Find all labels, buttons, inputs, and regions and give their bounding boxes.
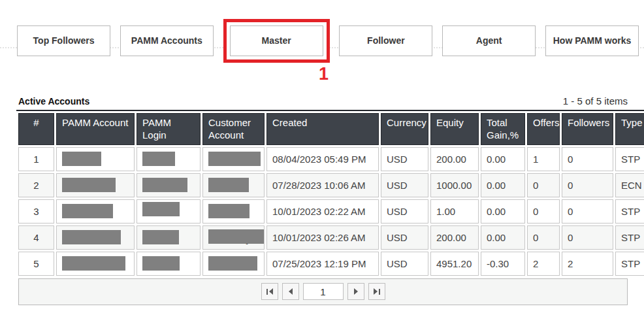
redacted-value [142,178,187,192]
column-header-customer-account: Customer Account [202,113,265,145]
redacted-value [142,230,179,244]
cell-pamm-account [56,147,135,171]
cell-followers: 2 [562,252,613,276]
cell-pamm-login [137,173,201,197]
active-accounts-section: Active Accounts 1 - 5 of 5 items # PAMM … [18,95,628,305]
column-header-created: Created [266,113,379,145]
redacted-value [208,152,261,166]
tab-follower[interactable]: Follower [339,25,432,56]
redacted-value [62,204,113,218]
cell-offers: 1 [527,147,560,171]
annotation-step-number: 1 [319,64,329,84]
cell-followers: 0 [562,173,613,197]
cell-customer-account: - [202,225,265,250]
items-counter: 1 - 5 of 5 items [563,95,628,107]
cell-created: 07/28/2023 10:06 AM [266,173,379,197]
table-row: 1 08/04/2023 05:49 PM USD 200.00 0.00 1 … [18,147,644,171]
page-number-input[interactable] [303,283,344,300]
cell-offers: 0 [527,199,560,224]
cell-total-gain: 0.00 [481,147,525,171]
last-page-button[interactable] [368,283,385,300]
redacted-value [62,256,125,271]
cell-pamm-login [137,147,201,171]
table-row: 2 07/28/2023 10:06 AM USD 1000.00 0.00 0… [18,173,644,197]
column-header-equity: Equity [430,113,479,145]
cell-customer-account [202,147,265,171]
previous-page-icon [289,288,293,295]
cell-created: 08/04/2023 05:49 PM [266,147,379,171]
cell-row-number: 1 [18,147,54,171]
cell-type: ECN [615,173,644,197]
cell-row-number: 5 [18,252,54,276]
cell-created: 10/01/2023 02:22 AM [266,199,379,224]
cell-currency: USD [381,147,428,171]
redaction-residue: - [208,241,248,245]
cell-customer-account [202,199,265,224]
cell-pamm-login [137,199,201,224]
redacted-value [142,202,180,216]
redacted-value [208,256,257,271]
cell-pamm-account [56,252,135,276]
column-header-number: # [18,113,54,145]
tab-pamm-accounts[interactable]: PAMM Accounts [120,25,214,56]
cell-total-gain: -0.30 [481,252,525,276]
column-header-currency: Currency [381,113,428,145]
column-header-pamm-login: PAMM Login [137,113,201,145]
cell-pamm-account [56,173,135,197]
pamm-tabs-bar: Top Followers PAMM Accounts Master Follo… [17,18,639,63]
cell-pamm-login [137,252,201,276]
cell-equity: 1.00 [430,199,479,224]
cell-currency: USD [381,225,428,250]
cell-equity: 4951.20 [430,252,479,276]
table-body: 1 08/04/2023 05:49 PM USD 200.00 0.00 1 … [18,147,644,276]
redacted-value [208,178,249,192]
redacted-value [142,256,180,271]
cell-total-gain: 0.00 [481,173,525,197]
cell-total-gain: 0.00 [481,199,525,224]
column-header-offers: Offers [527,113,560,145]
first-page-button[interactable] [261,283,278,300]
last-page-icon [374,288,378,295]
tab-agent[interactable]: Agent [442,25,536,56]
tab-master[interactable]: Master [230,25,323,56]
cell-customer-account [202,173,265,197]
cell-equity: 1000.00 [430,173,479,197]
cell-pamm-account [56,225,135,250]
cell-followers: 0 [562,225,613,250]
column-header-type: Type [615,113,644,145]
cell-type: STP [615,252,644,276]
cell-currency: USD [381,199,428,224]
column-header-total-gain: Total Gain,% [481,113,525,145]
cell-equity: 200.00 [430,147,479,171]
cell-currency: USD [381,173,428,197]
cell-pamm-login [137,225,201,250]
header-row: # PAMM Account PAMM Login Customer Accou… [18,113,644,145]
redacted-value [62,152,101,166]
active-accounts-table: # PAMM Account PAMM Login Customer Accou… [16,110,644,278]
table-header: # PAMM Account PAMM Login Customer Accou… [18,113,644,145]
table-row: 3 10/01/2023 02:22 AM USD 1.00 0.00 0 0 … [18,199,644,224]
cell-total-gain: 0.00 [481,225,525,250]
section-title: Active Accounts [18,96,89,107]
cell-offers: 0 [527,225,560,250]
cell-type: STP [615,147,644,171]
column-header-followers: Followers [562,113,613,145]
pager [261,283,385,300]
previous-page-button[interactable] [282,283,299,300]
tab-how-pamm-works[interactable]: How PAMM works [545,25,639,56]
cell-type: STP [615,199,644,224]
first-page-icon [266,289,268,295]
table-row: 5 07/25/2023 12:19 PM USD 4951.20 -0.30 … [18,252,644,276]
cell-followers: 0 [562,199,613,224]
cell-row-number: 4 [18,225,54,250]
cell-pamm-account [56,199,135,224]
cell-followers: 0 [562,147,613,171]
cell-offers: 2 [527,252,560,276]
next-page-button[interactable] [347,283,364,300]
cell-created: 07/25/2023 12:19 PM [266,252,379,276]
cell-row-number: 3 [18,199,54,224]
tab-top-followers[interactable]: Top Followers [17,25,110,56]
column-header-pamm-account: PAMM Account [56,113,135,145]
table-row: 4 - 10/01/2023 02:26 AM USD 200.00 0.00 … [18,225,644,250]
cell-row-number: 2 [18,173,54,197]
